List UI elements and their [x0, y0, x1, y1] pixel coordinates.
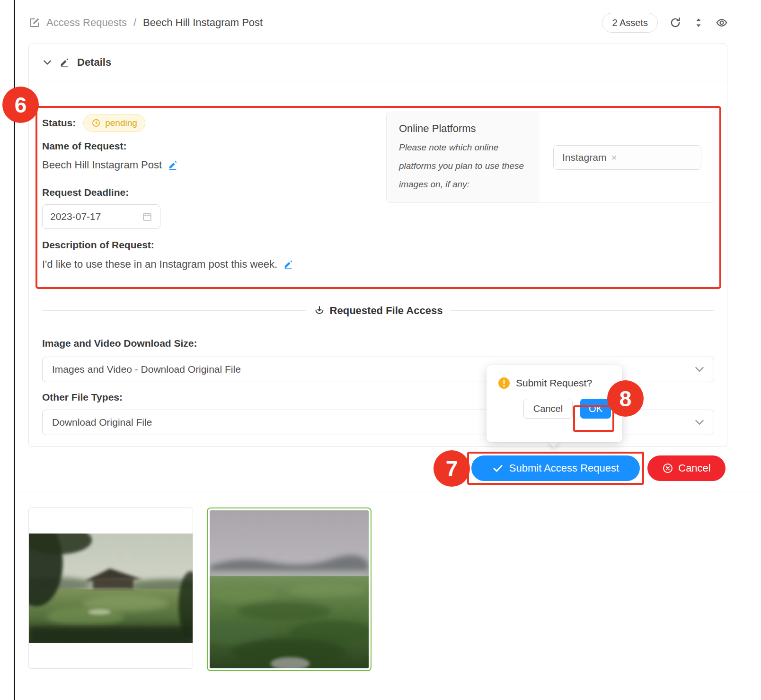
- platform-tag: Instagram: [562, 152, 606, 163]
- name-of-request-label: Name of Request:: [42, 140, 127, 152]
- cancel-request-label: Cancel: [678, 462, 710, 474]
- popover-title: Submit Request?: [516, 377, 592, 389]
- requested-file-access-divider: Requested File Access: [42, 305, 714, 317]
- cancel-request-button[interactable]: Cancel: [647, 455, 726, 481]
- check-icon: [492, 463, 504, 474]
- online-platforms-title: Online Platforms: [399, 122, 527, 135]
- other-file-types-value: Download Original File: [52, 417, 152, 428]
- submit-confirm-popover: Submit Request? Cancel OK: [487, 365, 622, 442]
- calendar-icon: [142, 211, 152, 222]
- description-row: I'd like to use these in an Instagram po…: [42, 258, 293, 271]
- online-platforms-box: Online Platforms Please note which onlin…: [386, 112, 714, 203]
- status-value: pending: [105, 118, 137, 128]
- chevron-down-icon: [695, 418, 704, 427]
- edit-pen-icon: [59, 57, 70, 68]
- status-badge: pending: [83, 114, 145, 132]
- edit-name-icon[interactable]: [168, 160, 178, 170]
- online-platforms-info: Online Platforms Please note which onlin…: [387, 112, 539, 202]
- chevron-down-icon: [695, 365, 704, 374]
- download-icon: [314, 305, 325, 316]
- description-value: I'd like to use these in an Instagram po…: [42, 258, 277, 271]
- chevron-down-icon[interactable]: [43, 58, 52, 67]
- online-platforms-note: Please note which online platforms you p…: [399, 139, 527, 194]
- content-divider: [16, 492, 761, 492]
- breadcrumb-access-requests[interactable]: Access Requests: [46, 17, 127, 29]
- request-deadline-label: Request Deadline:: [42, 187, 129, 198]
- popover-buttons: Cancel OK: [498, 399, 611, 419]
- page: Access Requests / Beech Hill Instagram P…: [0, 0, 761, 700]
- popover-ok-button[interactable]: OK: [580, 399, 611, 419]
- breadcrumb-current: Beech Hill Instagram Post: [143, 17, 263, 29]
- deadline-date-input[interactable]: 2023-07-17: [42, 204, 160, 229]
- deadline-value: 2023-07-17: [50, 211, 101, 222]
- annotation-step-8: 8: [607, 380, 644, 417]
- details-section-header[interactable]: Details: [29, 44, 727, 81]
- requested-file-access-title-wrap: Requested File Access: [314, 305, 443, 317]
- platforms-tag-field[interactable]: Instagram ×: [553, 145, 701, 170]
- divider-line-left: [42, 310, 306, 311]
- annotation-step-6: 6: [2, 87, 39, 123]
- popover-cancel-button[interactable]: Cancel: [523, 399, 573, 419]
- download-size-value: Images and Video - Download Original Fil…: [52, 364, 241, 375]
- divider-line-right: [450, 310, 714, 311]
- edit-description-icon[interactable]: [283, 259, 293, 270]
- popover-header: Submit Request?: [498, 377, 611, 389]
- name-of-request-value: Beech Hill Instagram Post: [42, 159, 162, 171]
- warning-icon: [498, 377, 510, 389]
- topbar-actions: 2 Assets: [602, 13, 728, 33]
- eye-icon[interactable]: [716, 17, 728, 29]
- landscape-photo-cabin: [29, 534, 193, 643]
- status-row: Status: pending: [42, 114, 145, 132]
- sort-icon[interactable]: [693, 17, 704, 28]
- submit-access-request-label: Submit Access Request: [509, 462, 619, 474]
- landscape-photo-shrubland: [210, 510, 369, 668]
- compose-icon: [28, 17, 41, 29]
- clock-icon: [91, 118, 101, 128]
- name-of-request-row: Beech Hill Instagram Post: [42, 159, 178, 171]
- download-size-label: Image and Video Download Size:: [42, 338, 197, 349]
- submit-access-request-button[interactable]: Submit Access Request: [471, 455, 640, 481]
- topbar: Access Requests / Beech Hill Instagram P…: [28, 12, 728, 33]
- status-label: Status:: [42, 117, 76, 129]
- online-platforms-field-area: Instagram ×: [539, 112, 714, 202]
- assets-count-button[interactable]: 2 Assets: [602, 13, 658, 33]
- refresh-icon[interactable]: [669, 17, 681, 29]
- close-circle-icon: [662, 463, 673, 474]
- remove-tag-icon[interactable]: ×: [611, 152, 617, 162]
- annotation-step-7: 7: [434, 450, 470, 487]
- description-label: Description of Request:: [42, 239, 154, 251]
- other-file-types-label: Other File Types:: [42, 392, 123, 403]
- details-title: Details: [77, 56, 111, 69]
- requested-file-access-title: Requested File Access: [330, 305, 443, 317]
- breadcrumb-separator: /: [133, 17, 136, 29]
- asset-thumbnail-1[interactable]: [28, 508, 193, 669]
- asset-thumbnail-2-selected[interactable]: [207, 508, 372, 671]
